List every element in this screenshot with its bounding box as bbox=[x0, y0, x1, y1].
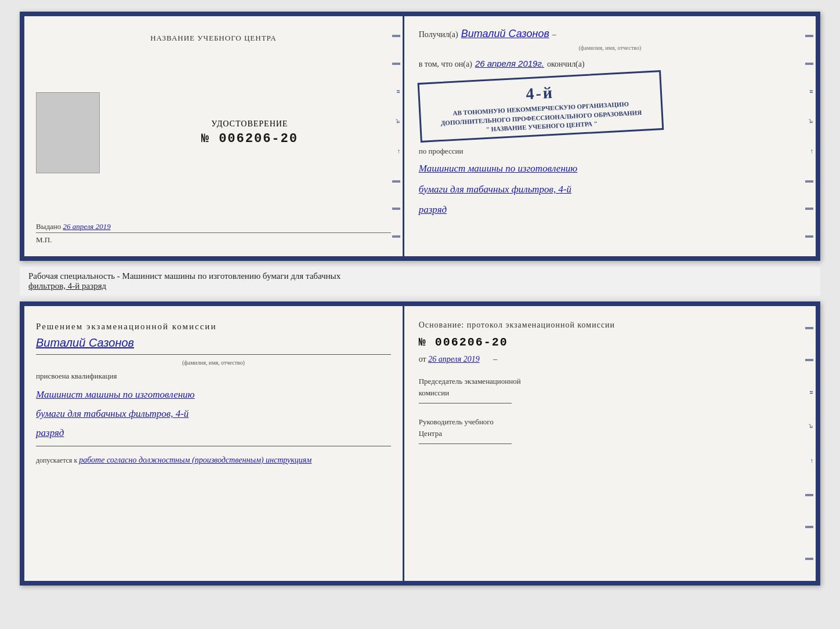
vtom-date: 26 апреля 2019г. bbox=[475, 59, 544, 68]
rukovoditel-line1: Руководитель учебного bbox=[419, 416, 801, 428]
prisvoyena: присвоена квалификация bbox=[36, 372, 391, 381]
certificate-bottom: Решением экзаменационной комиссии Витали… bbox=[20, 301, 820, 586]
ot-prefix: от bbox=[419, 355, 426, 363]
qual-line2: бумаги для табачных фильтров, 4-й bbox=[36, 406, 391, 421]
vydano-date: 26 апреля 2019 bbox=[63, 222, 111, 231]
dopuskaetsya-prefix: допускается к bbox=[36, 456, 77, 464]
vtom-line: в том, что он(а) 26 апреля 2019г. окончи… bbox=[419, 59, 801, 69]
edge-r3 bbox=[805, 180, 813, 183]
edge-r5 bbox=[805, 235, 813, 238]
edge-b-i: и bbox=[805, 391, 816, 394]
udost-number: № 006206-20 bbox=[201, 132, 298, 146]
name-sub: (фамилия, имя, отчество) bbox=[36, 359, 391, 366]
edge-b-a: ,а bbox=[805, 424, 816, 428]
edge-rt-a: ,а bbox=[805, 119, 816, 123]
edge-text-arrow: ← bbox=[392, 148, 403, 155]
edge-text-i: и bbox=[392, 90, 403, 93]
certificate-top: НАЗВАНИЕ УЧЕБНОГО ЦЕНТРА УДОСТОВЕРЕНИЕ №… bbox=[20, 12, 820, 261]
edge-rt-arr: ← bbox=[805, 148, 816, 155]
cert-bottom-left: Решением экзаменационной комиссии Витали… bbox=[24, 306, 404, 581]
name-divider bbox=[36, 354, 391, 355]
edge-r1 bbox=[805, 35, 813, 37]
udost-label: УДОСТОВЕРЕНИЕ bbox=[211, 119, 288, 129]
profession-prefix: по профессии bbox=[419, 147, 801, 156]
edge-bar-1 bbox=[392, 35, 400, 37]
edge-bar-5 bbox=[392, 235, 400, 238]
middle-strip: Рабочая специальность - Машинист машины … bbox=[20, 267, 820, 296]
cert-left-bottom: Выдано 26 апреля 2019 М.П. bbox=[36, 222, 391, 245]
middle-strip-text: Рабочая специальность - Машинист машины … bbox=[28, 271, 812, 291]
poluchil-dash: – bbox=[552, 30, 556, 39]
udost-section: УДОСТОВЕРЕНИЕ № 006206-20 bbox=[108, 119, 391, 146]
qual-line1: Машинист машины по изготовлению bbox=[36, 387, 391, 402]
qual-divider bbox=[36, 446, 391, 446]
cert-middle-section: УДОСТОВЕРЕНИЕ № 006206-20 bbox=[36, 92, 391, 173]
photo-placeholder bbox=[36, 92, 100, 173]
osnovanie-text: Основание: протокол экзаменационной коми… bbox=[419, 321, 801, 330]
qual-line3: разряд bbox=[36, 425, 391, 441]
cert-left: НАЗВАНИЕ УЧЕБНОГО ЦЕНТРА УДОСТОВЕРЕНИЕ №… bbox=[24, 16, 404, 256]
edge-decoration: и ,а ← bbox=[392, 16, 403, 256]
right-edge-top: и ,а ← bbox=[805, 16, 816, 256]
edge-b-arr: ← bbox=[805, 458, 816, 464]
edge-r2 bbox=[805, 63, 813, 65]
rukovoditel-line2: Центра bbox=[419, 428, 801, 439]
right-edge-bottom: и ,а ← bbox=[805, 306, 816, 581]
komissia-title: Решением экзаменационной комиссии bbox=[36, 321, 391, 333]
okonchil: окончил(а) bbox=[547, 60, 585, 69]
mp-label: М.П. bbox=[36, 235, 52, 245]
vydano-label: Выдано bbox=[36, 222, 61, 231]
edge-bar-3 bbox=[392, 180, 400, 183]
middle-text-underline: фильтров, 4-й разряд bbox=[28, 281, 106, 290]
bottom-number: № 006206-20 bbox=[419, 336, 801, 349]
dopuskaetsya-block: допускается к работе согласно должностны… bbox=[36, 456, 391, 465]
edge-r4 bbox=[805, 208, 813, 210]
edge-b1 bbox=[805, 327, 813, 329]
middle-text-prefix: Рабочая специальность - Машинист машины … bbox=[28, 271, 341, 281]
cert-bottom-right: Основание: протокол экзаменационной коми… bbox=[404, 306, 816, 581]
predsedatel-line2: комиссии bbox=[419, 387, 801, 399]
rukovoditel-sig-line bbox=[419, 443, 512, 444]
ot-date: 26 апреля 2019 bbox=[428, 355, 479, 363]
edge-text-a: ,а bbox=[392, 119, 403, 123]
predsedatel-sig-line bbox=[419, 403, 512, 403]
edge-rt-i: и bbox=[805, 90, 816, 93]
cert-right: Получил(а) Виталий Сазонов – (фамилия, и… bbox=[404, 16, 816, 256]
edge-b2 bbox=[805, 359, 813, 361]
bottom-recipient-name: Виталий Сазонов bbox=[36, 336, 391, 350]
ot-line: от 26 апреля 2019 – bbox=[419, 355, 801, 364]
ot-dash: – bbox=[493, 355, 497, 363]
edge-b3 bbox=[805, 494, 813, 496]
profession-line3: разряд bbox=[419, 202, 801, 217]
dopuskaetsya-text: работе согласно должностным (производств… bbox=[79, 456, 312, 464]
recipient-subtitle: (фамилия, имя, отчество) bbox=[419, 45, 801, 51]
predsedatel-line1: Председатель экзаменационной bbox=[419, 376, 801, 387]
vydano-line: Выдано 26 апреля 2019 bbox=[36, 222, 391, 233]
predsedatel-block: Председатель экзаменационной комиссии bbox=[419, 376, 801, 405]
vtom-prefix: в том, что он(а) bbox=[419, 60, 472, 69]
poluchil-line: Получил(а) Виталий Сазонов – bbox=[419, 28, 801, 40]
org-name-label: НАЗВАНИЕ УЧЕБНОГО ЦЕНТРА bbox=[150, 34, 276, 43]
recipient-name: Виталий Сазонов bbox=[461, 28, 549, 40]
edge-b5 bbox=[805, 558, 813, 560]
rukovoditel-block: Руководитель учебного Центра bbox=[419, 416, 801, 445]
profession-line1: Машинист машины по изготовлению bbox=[419, 161, 801, 176]
stamp-box: 4-й АВ ТОНОМНУЮ НЕКОММЕРЧЕСКУЮ ОРГАНИЗАЦ… bbox=[417, 70, 664, 143]
profession-line2: бумаги для табачных фильтров, 4-й bbox=[419, 181, 801, 197]
poluchil-prefix: Получил(а) bbox=[419, 30, 458, 39]
edge-bar-4 bbox=[392, 208, 400, 210]
edge-bar-2 bbox=[392, 63, 400, 65]
edge-b4 bbox=[805, 526, 813, 528]
